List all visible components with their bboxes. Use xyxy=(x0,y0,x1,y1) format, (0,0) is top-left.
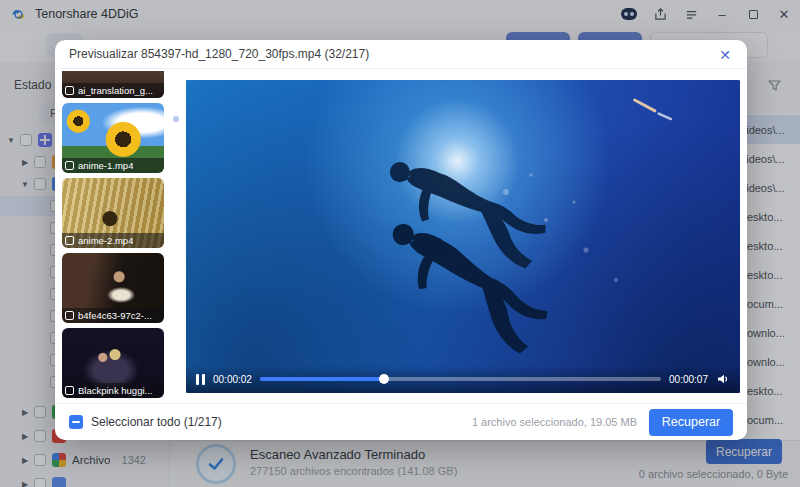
checkbox[interactable] xyxy=(65,386,74,395)
thumbnail-name: anime-1.mp4 xyxy=(78,160,133,171)
progress-bar[interactable] xyxy=(260,377,661,381)
divers-silhouette xyxy=(186,80,740,393)
preview-modal: Previsualizar 854397-hd_1280_720_30fps.m… xyxy=(55,40,747,440)
select-all-checkbox[interactable] xyxy=(69,415,83,429)
thumbnail-list: ai_translation_g... anime-1.mp4 anime-2.… xyxy=(62,71,165,404)
thumbnail-name: Blackpink huggi... xyxy=(78,385,152,396)
modal-header: Previsualizar 854397-hd_1280_720_30fps.m… xyxy=(55,40,747,69)
progress-thumb[interactable] xyxy=(379,374,389,384)
thumbnail-name: anime-2.mp4 xyxy=(78,235,133,246)
volume-icon[interactable] xyxy=(716,372,730,386)
app-window: Tenorshare 4DDiG – ✕ ↑ \Videos\... \V xyxy=(0,0,800,487)
thumbnail-name: b4fe4c63-97c2-... xyxy=(78,310,152,321)
checkbox[interactable] xyxy=(65,236,74,245)
checkbox[interactable] xyxy=(65,311,74,320)
checkbox[interactable] xyxy=(65,161,74,170)
thumbnail-blackpink[interactable]: Blackpink huggi... xyxy=(62,328,164,398)
player-controls: 00:00:02 00:00:07 xyxy=(186,365,740,393)
selection-info: 1 archivo seleccionado, 19.05 MB xyxy=(472,416,637,428)
thumbnail-anime-2[interactable]: anime-2.mp4 xyxy=(62,178,164,248)
modal-close-icon[interactable]: ✕ xyxy=(715,45,735,65)
modal-title: Previsualizar 854397-hd_1280_720_30fps.m… xyxy=(69,47,369,61)
current-time: 00:00:02 xyxy=(213,374,252,385)
pause-icon[interactable] xyxy=(196,374,205,385)
recover-button[interactable]: Recuperar xyxy=(649,409,733,436)
thumbnail-anime-1[interactable]: anime-1.mp4 xyxy=(62,103,164,173)
duration-time: 00:00:07 xyxy=(669,374,708,385)
thumbnail-b4fe4c63[interactable]: b4fe4c63-97c2-... xyxy=(62,253,164,323)
progress-fill xyxy=(260,377,384,381)
select-all-label: Seleccionar todo (1/217) xyxy=(91,415,222,429)
video-player[interactable]: 00:00:02 00:00:07 xyxy=(186,80,740,393)
thumbnail-name: ai_translation_g... xyxy=(78,85,153,96)
checkbox[interactable] xyxy=(65,86,74,95)
thumbnail-ai-translation[interactable]: ai_translation_g... xyxy=(62,71,164,98)
thumbnail-scrollbar[interactable] xyxy=(173,116,179,122)
modal-footer: Seleccionar todo (1/217) 1 archivo selec… xyxy=(55,403,747,440)
